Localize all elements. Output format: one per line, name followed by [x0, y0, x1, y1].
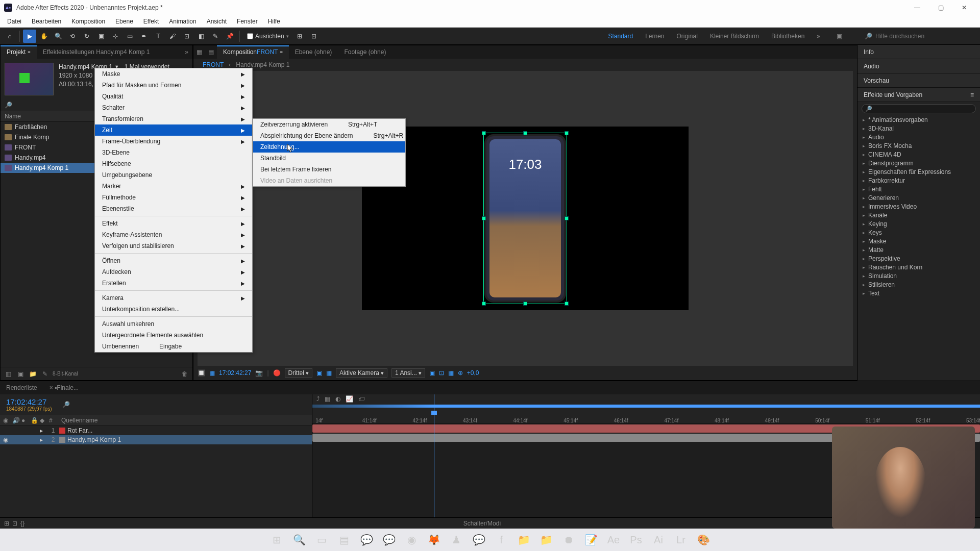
- viewer[interactable]: 17:03: [198, 71, 853, 366]
- trash-icon[interactable]: 🗑: [180, 369, 189, 379]
- comp-flow-icon[interactable]: ▦: [193, 48, 205, 56]
- taskbar-app-icon[interactable]: 💬: [356, 530, 377, 550]
- camera-tool-icon[interactable]: ▣: [94, 30, 108, 43]
- chevron-down-icon[interactable]: ▾: [286, 34, 289, 39]
- taskbar-app-icon[interactable]: 🎨: [693, 530, 714, 550]
- comp-nav-icon[interactable]: ▤: [205, 48, 217, 56]
- taskbar-app-icon[interactable]: 🔍: [289, 530, 309, 550]
- taskbar-app-icon[interactable]: ⏺: [558, 530, 579, 550]
- menu-item[interactable]: Schalter▶: [95, 102, 252, 113]
- workspace-lernen[interactable]: Lernen: [645, 33, 664, 40]
- menu-item[interactable]: Hilfsebene: [95, 158, 252, 169]
- menu-item[interactable]: Untergeordnete Elemente auswählen: [95, 330, 252, 341]
- submenu-item[interactable]: Abspielrichtung der Ebene ändernStrg+Alt…: [253, 130, 405, 141]
- toggle-switches-icon[interactable]: ⊞: [4, 520, 9, 527]
- tab-project[interactable]: Projekt ≡: [1, 45, 37, 59]
- help-search-input[interactable]: [875, 33, 977, 40]
- resolution-dropdown[interactable]: Drittel ▾: [285, 368, 312, 378]
- effect-category[interactable]: ▸Eigenschaften für Expressions: [857, 167, 980, 176]
- effect-category[interactable]: ▸Keys: [857, 228, 980, 237]
- menu-item[interactable]: Aufdecken▶: [95, 266, 252, 278]
- puppet-tool-icon[interactable]: 📌: [223, 30, 236, 43]
- effect-category[interactable]: ▸Keying: [857, 219, 980, 228]
- menu-fenster[interactable]: Fenster: [232, 18, 263, 25]
- transparency-icon[interactable]: ▦: [326, 369, 332, 377]
- menu-animation[interactable]: Animation: [164, 18, 201, 25]
- submenu-item[interactable]: Bei letztem Frame fixieren: [253, 164, 405, 175]
- effect-category[interactable]: ▸Generieren: [857, 193, 980, 202]
- effect-category[interactable]: ▸Dienstprogramm: [857, 159, 980, 167]
- motion-blur-icon[interactable]: ◐: [335, 395, 340, 403]
- tag-icon[interactable]: 🏷: [358, 395, 364, 403]
- taskbar-app-icon[interactable]: Ai: [648, 530, 669, 550]
- rotate-tool-icon[interactable]: ↻: [80, 30, 93, 43]
- pen-tool-icon[interactable]: ✒: [137, 30, 151, 43]
- effect-category[interactable]: ▸Kanäle: [857, 211, 980, 219]
- menu-item[interactable]: Öffnen▶: [95, 255, 252, 266]
- snap-grid-icon[interactable]: ⊡: [307, 30, 321, 43]
- taskbar-app-icon[interactable]: 🦊: [424, 530, 444, 550]
- workspace-kleiner bildschirm[interactable]: Kleiner Bildschirm: [710, 33, 759, 40]
- frame-blend-icon[interactable]: ▦: [325, 395, 330, 403]
- taskbar-app-icon[interactable]: Lr: [671, 530, 691, 550]
- brush-tool-icon[interactable]: 🖌: [166, 30, 179, 43]
- menu-ebene[interactable]: Ebene: [110, 18, 138, 25]
- tab-footage[interactable]: Footage (ohne): [338, 45, 392, 59]
- taskbar-app-icon[interactable]: 💬: [379, 530, 399, 550]
- tab-layer[interactable]: Ebene (ohne): [289, 45, 338, 59]
- help-search[interactable]: 🔎: [865, 33, 977, 40]
- maximize-button[interactable]: ▢: [929, 0, 952, 15]
- workspace-more-icon[interactable]: »: [817, 33, 820, 40]
- snap-checkbox[interactable]: [247, 33, 253, 39]
- snapshot-icon[interactable]: 📷: [255, 369, 263, 377]
- menu-item[interactable]: UmbenennenEingabe: [95, 341, 252, 352]
- snap-toggle[interactable]: Ausrichten ▾: [247, 33, 289, 40]
- menu-item[interactable]: 3D-Ebene: [95, 147, 252, 158]
- exposure-value[interactable]: +0,0: [467, 369, 479, 377]
- effect-category[interactable]: ▸Immersives Video: [857, 202, 980, 211]
- effect-category[interactable]: ▸Rauschen und Korn: [857, 263, 980, 271]
- orbit-tool-icon[interactable]: ⟲: [66, 30, 79, 43]
- menu-datei[interactable]: Datei: [2, 18, 27, 25]
- menu-item[interactable]: Marker▶: [95, 181, 252, 192]
- playhead[interactable]: [434, 394, 434, 517]
- taskbar-app-icon[interactable]: 💬: [469, 530, 489, 550]
- menu-item[interactable]: Umgebungsebene: [95, 169, 252, 181]
- menu-item[interactable]: Qualität▶: [95, 91, 252, 102]
- menu-item[interactable]: Verfolgen und stabilisieren▶: [95, 240, 252, 252]
- effect-category[interactable]: ▸3D-Kanal: [857, 124, 980, 133]
- submenu-item[interactable]: Standbild: [253, 153, 405, 164]
- toggle-expand-icon[interactable]: ⊡: [12, 520, 17, 527]
- taskbar-app-icon[interactable]: 📁: [513, 530, 534, 550]
- effect-category[interactable]: ▸Audio: [857, 133, 980, 141]
- time-ruler[interactable]: 14f41:14f42:14f43:14f44:14f45:14f46:14f4…: [312, 404, 980, 424]
- tab-timeline-comp[interactable]: × ▪ Finale...: [43, 381, 85, 394]
- timeline-search-icon[interactable]: 🔎: [62, 401, 70, 408]
- menu-bearbeiten[interactable]: Bearbeiten: [27, 18, 66, 25]
- tab-render-queue[interactable]: Renderliste: [0, 381, 43, 394]
- taskbar-app-icon[interactable]: ▭: [311, 530, 332, 550]
- menu-item[interactable]: Unterkomposition erstellen...: [95, 304, 252, 315]
- taskbar-app-icon[interactable]: 📝: [581, 530, 601, 550]
- col-name[interactable]: Name: [5, 113, 21, 120]
- res-icon[interactable]: ▦: [209, 369, 215, 377]
- submenu-item[interactable]: Zeitdehnung...: [253, 141, 405, 153]
- new-folder-icon[interactable]: 📁: [28, 369, 37, 379]
- taskbar-app-icon[interactable]: Ae: [603, 530, 624, 550]
- taskbar-app-icon[interactable]: 📁: [536, 530, 556, 550]
- effect-category[interactable]: ▸Stilisieren: [857, 280, 980, 289]
- breadcrumb-current[interactable]: FRONT: [203, 61, 224, 68]
- panel-tab-info[interactable]: Info: [857, 45, 980, 59]
- minimize-button[interactable]: —: [905, 0, 929, 15]
- bits-label[interactable]: 8-Bit-Kanal: [53, 369, 78, 379]
- roto-tool-icon[interactable]: ✎: [209, 30, 222, 43]
- menu-item[interactable]: Transformieren▶: [95, 113, 252, 124]
- close-button[interactable]: ✕: [952, 0, 976, 15]
- text-tool-icon[interactable]: T: [152, 30, 165, 43]
- interpret-icon[interactable]: ▥: [4, 369, 13, 379]
- taskbar-app-icon[interactable]: ⊞: [266, 530, 287, 550]
- menu-item[interactable]: Füllmethode▶: [95, 192, 252, 203]
- menu-item[interactable]: Kamera▶: [95, 292, 252, 304]
- timeline-layer[interactable]: ▸1Rot Far...: [0, 426, 312, 435]
- home-icon[interactable]: ⌂: [3, 30, 16, 43]
